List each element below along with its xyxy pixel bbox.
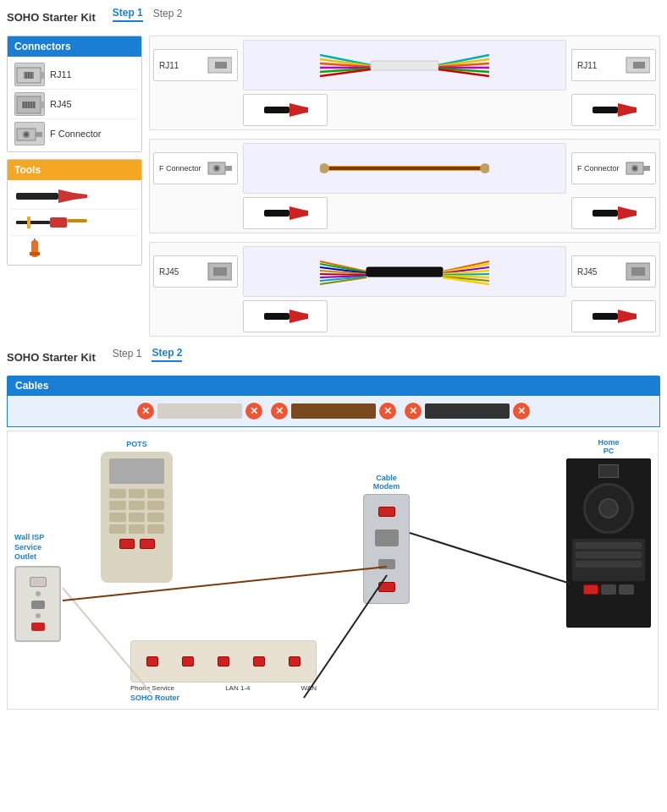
kit2-section: SOHO Starter Kit Step 1 Step 2 Cables ✕ … (7, 347, 660, 710)
outlet-screw-top (36, 591, 41, 596)
fconn-right-group: F Connector (571, 152, 656, 184)
pc-slot-1 (576, 542, 642, 549)
tab-step2-kit2[interactable]: Step 2 (152, 347, 182, 362)
svg-marker-51 (618, 103, 631, 117)
rj11-cable-illustration (243, 40, 566, 91)
sidebar-tool-3[interactable] (11, 236, 138, 261)
svg-point-63 (633, 167, 637, 170)
connectors-body: RJ11 (8, 57, 141, 151)
svg-marker-70 (631, 210, 637, 217)
svg-rect-12 (33, 102, 35, 108)
rj45-icon (14, 92, 45, 116)
phone-port-2 (140, 539, 155, 549)
rj11-left-tool-card (243, 94, 328, 126)
svg-rect-21 (16, 221, 50, 224)
pc-device: HomePC (566, 438, 651, 628)
fconn-svg (15, 123, 46, 146)
fconn-crimp-left (262, 201, 309, 225)
phone-port-1 (119, 539, 135, 549)
modem-device: CableModem (363, 474, 410, 604)
svg-marker-95 (289, 310, 303, 323)
cable-item-pots: ✕ ✕ (137, 403, 262, 420)
modem-port-top (378, 507, 395, 517)
step-tabs-kit2: Step 1 Step 2 (113, 347, 183, 362)
pc-fan-inner (598, 498, 619, 518)
pc-slot-3 (576, 561, 642, 568)
tab-step1-kit1[interactable]: Step 1 (113, 7, 143, 22)
svg-rect-5 (41, 72, 44, 79)
router-port-lan1 (182, 656, 194, 667)
pots-remove-left[interactable]: ✕ (137, 403, 154, 420)
svg-rect-29 (215, 62, 227, 69)
kit2-title: SOHO Starter Kit (7, 351, 96, 364)
sidebar-tool-2[interactable] (11, 210, 138, 236)
cable-item-eth: ✕ ✕ (405, 403, 530, 420)
rj11-left-card: RJ11 (153, 49, 238, 81)
crimper-icon (14, 186, 91, 206)
key5 (129, 501, 146, 510)
stripper-icon (14, 212, 91, 233)
rj45-right-icon (625, 260, 650, 283)
coax-cable-bar (291, 403, 376, 419)
rj45-left-label: RJ45 (159, 267, 201, 277)
tools-body (8, 180, 141, 265)
eth-remove-right[interactable]: ✕ (513, 403, 530, 420)
svg-rect-97 (593, 313, 618, 320)
sidebar-tool-1[interactable] (11, 184, 138, 210)
svg-rect-9 (25, 102, 27, 108)
svg-marker-19 (58, 189, 74, 203)
sidebar-item-rj45[interactable]: RJ45 (11, 90, 138, 119)
router-label-lan: LAN 1-4 (225, 684, 250, 692)
row-rj45: RJ45 (149, 242, 660, 337)
modem-port-eth (378, 559, 395, 569)
rj11-svg (15, 63, 46, 87)
row-rj11-top: RJ11 (153, 40, 656, 91)
connectors-group: Connectors (7, 36, 142, 152)
step1-main: RJ11 (149, 36, 660, 337)
pc-power-area (572, 464, 645, 478)
svg-rect-18 (16, 193, 58, 200)
fconn-left-group: F Connector (153, 152, 238, 184)
router-labels: Phone Service LAN 1-4 WAN (130, 684, 317, 692)
pots-remove-right[interactable]: ✕ (245, 403, 262, 420)
svg-marker-69 (618, 206, 631, 220)
rj45-tools-row (153, 300, 656, 332)
cables-section: Cables ✕ ✕ ✕ ✕ ✕ ✕ (7, 376, 660, 427)
coax-remove-right[interactable]: ✕ (379, 403, 396, 420)
svg-rect-72 (213, 267, 227, 276)
rj11-right-group: RJ11 (571, 49, 656, 81)
step-tabs-kit1: Step 1 Step 2 (113, 7, 183, 22)
coax-remove-left[interactable]: ✕ (271, 403, 288, 420)
tab-step1-kit2[interactable]: Step 1 (113, 348, 142, 361)
svg-rect-45 (633, 62, 645, 69)
sidebar-item-fconn[interactable]: F Connector (11, 119, 138, 148)
svg-rect-47 (264, 107, 289, 113)
outlet-port-active (31, 623, 45, 631)
wall-label: Wall ISPServiceOutlet (14, 533, 65, 562)
fconn-tools-row (153, 197, 656, 229)
svg-rect-23 (67, 219, 87, 222)
sidebar-item-rj11[interactable]: RJ11 (11, 60, 138, 90)
svg-point-55 (215, 167, 218, 170)
sidebar-rj45-label: RJ45 (50, 99, 72, 109)
svg-marker-52 (631, 107, 637, 113)
cables-body: ✕ ✕ ✕ ✕ ✕ ✕ (7, 396, 660, 427)
tools-header: Tools (8, 160, 141, 180)
eth-remove-left[interactable]: ✕ (405, 403, 422, 420)
svg-marker-99 (631, 313, 637, 320)
modem-port-bot (378, 582, 395, 592)
tab-step2-kit1[interactable]: Step 2 (153, 8, 183, 21)
svg-rect-10 (28, 102, 30, 108)
rj45-right-tool (571, 300, 656, 332)
rj11-right-tool-card (571, 94, 656, 126)
rj11-center-spacer (333, 94, 566, 126)
pots-label: POTS (101, 440, 173, 448)
pc-body (566, 458, 651, 628)
svg-point-16 (25, 133, 28, 136)
svg-rect-94 (264, 313, 289, 320)
key6 (147, 501, 164, 510)
rj45-left-tool-card (243, 300, 328, 332)
rj11-crimp-left (262, 98, 309, 122)
key1 (109, 489, 126, 498)
rj11-left-icon (207, 53, 232, 77)
